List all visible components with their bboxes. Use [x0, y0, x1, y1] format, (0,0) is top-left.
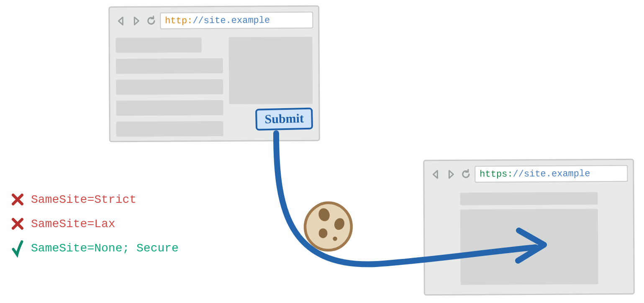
page-content	[425, 188, 634, 290]
browser-http: http: //site.example Submit	[108, 5, 320, 142]
cookie-icon	[301, 199, 356, 254]
url-scheme: https:	[480, 169, 513, 179]
cookie-legend: SameSite=Strict SameSite=Lax SameSite=No…	[10, 192, 179, 265]
forward-icon	[444, 168, 457, 181]
legend-lax: SameSite=Lax	[10, 216, 179, 231]
url-host: //site.example	[192, 15, 270, 26]
browser-toolbar: http: //site.example	[110, 7, 318, 36]
image-block	[460, 209, 598, 285]
text-line	[116, 37, 202, 53]
cross-icon	[10, 192, 25, 207]
content-left	[116, 37, 223, 137]
legend-strict: SameSite=Strict	[10, 192, 179, 207]
legend-label: SameSite=None; Secure	[31, 242, 179, 255]
text-line	[460, 192, 598, 205]
url-bar-https: https: //site.example	[475, 165, 628, 183]
svg-point-2	[319, 228, 328, 238]
image-block	[229, 37, 313, 104]
text-line	[116, 79, 223, 95]
reload-icon	[145, 15, 157, 27]
text-line	[116, 100, 223, 116]
svg-point-3	[333, 236, 337, 241]
forward-icon	[130, 15, 142, 27]
content-right: Submit	[229, 37, 313, 136]
url-scheme: http:	[165, 16, 192, 26]
legend-none: SameSite=None; Secure	[10, 241, 179, 256]
url-host: //site.example	[513, 168, 590, 179]
legend-label: SameSite=Lax	[31, 218, 115, 230]
cross-icon	[10, 216, 25, 231]
reload-icon	[459, 168, 472, 181]
back-icon	[115, 15, 127, 27]
diagram-stage: http: //site.example Submit	[0, 0, 644, 303]
text-line	[116, 121, 223, 137]
check-icon	[10, 241, 25, 256]
browser-https: https: //site.example	[423, 159, 635, 296]
submit-button[interactable]: Submit	[255, 108, 313, 131]
legend-label: SameSite=Strict	[31, 193, 136, 206]
url-bar-http: http: //site.example	[160, 12, 313, 29]
back-icon	[429, 168, 442, 181]
page-content: Submit	[110, 34, 319, 143]
browser-toolbar: https: //site.example	[424, 160, 633, 189]
text-line	[116, 58, 223, 74]
